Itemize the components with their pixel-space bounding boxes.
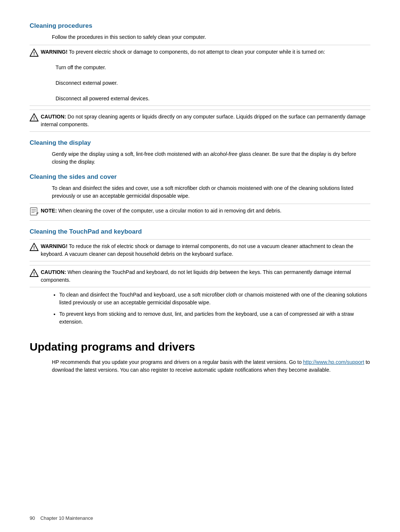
warning-label-1: WARNING! xyxy=(41,49,67,55)
warning-steps: Turn off the computer. Disconnect extern… xyxy=(56,64,370,103)
caution-label-2: CAUTION: xyxy=(41,269,66,275)
caution-text-2: CAUTION: When cleaning the TouchPad and … xyxy=(41,268,370,284)
warning-label-2: WARNING! xyxy=(41,243,67,249)
svg-text:!: ! xyxy=(33,51,35,56)
caution-body-1: Do not spray cleaning agents or liquids … xyxy=(41,114,366,127)
caution-icon-2: ! xyxy=(30,269,39,278)
note-box-1: NOTE: When cleaning the cover of the com… xyxy=(30,204,370,221)
svg-text:!: ! xyxy=(33,116,35,121)
svg-text:!: ! xyxy=(33,245,35,251)
caution-box-2: ! CAUTION: When cleaning the TouchPad an… xyxy=(30,265,370,287)
warning-box-2: ! WARNING! To reduce the risk of electri… xyxy=(30,239,370,261)
caution-label-1: CAUTION: xyxy=(41,114,66,120)
updating-text-before-link: HP recommends that you update your progr… xyxy=(52,359,303,365)
cleaning-sides-heading: Cleaning the sides and cover xyxy=(30,173,370,181)
warning-icon-2: ! xyxy=(30,243,39,252)
caution-body-2: When cleaning the TouchPad and keyboard,… xyxy=(41,269,351,283)
svg-text:!: ! xyxy=(33,271,35,277)
note-text-1: NOTE: When cleaning the cover of the com… xyxy=(41,207,370,215)
warning-icon-1: ! xyxy=(30,48,39,58)
warning-text-1: WARNING! To prevent electric shock or da… xyxy=(41,48,370,103)
page-content: Cleaning procedures Follow the procedure… xyxy=(30,22,370,374)
warning-body-1: To prevent electric shock or damage to c… xyxy=(67,49,325,55)
page-number: 90 xyxy=(30,515,35,521)
updating-text: HP recommends that you update your progr… xyxy=(52,358,370,374)
cleaning-display-text: Gently wipe the display using a soft, li… xyxy=(52,150,370,166)
cleaning-procedures-heading: Cleaning procedures xyxy=(30,22,370,30)
note-label-1: NOTE: xyxy=(41,208,57,214)
cleaning-sides-text: To clean and disinfect the sides and cov… xyxy=(52,184,370,200)
warning-box-1: ! WARNING! To prevent electric shock or … xyxy=(30,45,370,106)
step-2: Disconnect external power. xyxy=(56,79,370,87)
svg-rect-4 xyxy=(30,208,37,215)
cleaning-display-heading: Cleaning the display xyxy=(30,139,370,147)
cleaning-touchpad-heading: Cleaning the TouchPad and keyboard xyxy=(30,228,370,235)
note-icon-1 xyxy=(30,207,39,217)
caution-box-1: ! CAUTION: Do not spray cleaning agents … xyxy=(30,110,370,132)
italic-phrase: alcohol-free xyxy=(210,151,237,157)
warning-body-2: To reduce the risk of electric shock or … xyxy=(41,243,353,257)
cleaning-procedures-intro: Follow the procedures in this section to… xyxy=(52,33,370,41)
caution-icon-1: ! xyxy=(30,113,39,123)
step-3: Disconnect all powered external devices. xyxy=(56,95,370,103)
bullet-item-2: To prevent keys from sticking and to rem… xyxy=(59,310,370,326)
bullet-item-1: To clean and disinfect the TouchPad and … xyxy=(59,291,370,307)
step-1: Turn off the computer. xyxy=(56,64,370,71)
page-footer: 90 Chapter 10 Maintenance xyxy=(30,515,93,521)
chapter-label: Chapter 10 Maintenance xyxy=(40,515,93,521)
hp-support-link[interactable]: http://www.hp.com/support xyxy=(303,359,364,365)
touchpad-bullet-list: To clean and disinfect the TouchPad and … xyxy=(59,291,370,326)
warning-text-2: WARNING! To reduce the risk of electric … xyxy=(41,242,370,258)
note-body-1: When cleaning the cover of the computer,… xyxy=(57,208,281,214)
caution-text-1: CAUTION: Do not spray cleaning agents or… xyxy=(41,113,370,128)
updating-heading: Updating programs and drivers xyxy=(30,341,370,353)
